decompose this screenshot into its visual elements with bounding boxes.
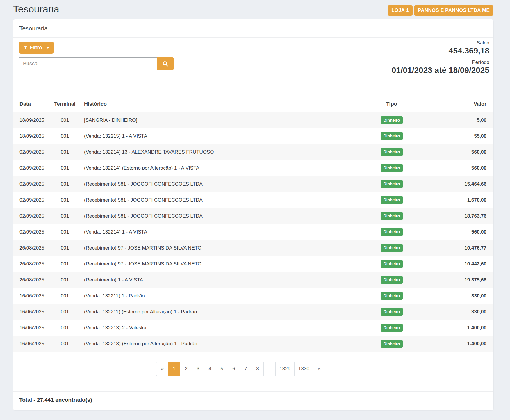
saldo-value: 454.369,18 <box>392 46 489 56</box>
cell-valor: 5,00 <box>429 112 493 128</box>
pagination-page-4[interactable]: 4 <box>204 362 216 376</box>
table-row: 02/09/2025001(Recebimento) 581 - JOGGOFI… <box>13 176 493 192</box>
search-button[interactable] <box>157 57 174 70</box>
cell-tipo: Dinheiro <box>354 240 429 256</box>
cell-valor: 1.400,00 <box>429 320 493 336</box>
filter-button[interactable]: Filtro <box>19 42 54 54</box>
cell-terminal: 001 <box>46 160 84 176</box>
cell-terminal: 001 <box>46 288 84 304</box>
tipo-badge: Dinheiro <box>381 212 403 220</box>
pagination-page-7[interactable]: 7 <box>240 362 252 376</box>
cell-valor: 330,00 <box>429 304 493 320</box>
cell-tipo: Dinheiro <box>354 160 429 176</box>
cell-valor: 560,00 <box>429 144 493 160</box>
pagination-page-6[interactable]: 6 <box>228 362 240 376</box>
cell-valor: 560,00 <box>429 224 493 240</box>
column-header-tipo: Tipo <box>354 96 429 112</box>
cell-tipo: Dinheiro <box>354 176 429 192</box>
cell-terminal: 001 <box>46 272 84 288</box>
cell-tipo: Dinheiro <box>354 256 429 272</box>
cell-data: 02/09/2025 <box>13 208 46 224</box>
card-title: Tesouraria <box>13 19 493 38</box>
pagination-page-1830[interactable]: 1830 <box>294 362 313 376</box>
pagination-page-8[interactable]: 8 <box>252 362 264 376</box>
cell-data: 16/06/2025 <box>13 320 46 336</box>
table-row: 02/09/2025001(Venda: 132214) 1 - A VISTA… <box>13 224 493 240</box>
tipo-badge: Dinheiro <box>381 292 403 299</box>
store-badge-button[interactable]: LOJA 1 <box>388 5 413 16</box>
table-row: 16/06/2025001(Venda: 132213) 2 - Valeska… <box>13 320 493 336</box>
cell-tipo: Dinheiro <box>354 128 429 144</box>
pagination-page-3[interactable]: 3 <box>192 362 204 376</box>
cell-data: 18/09/2025 <box>13 112 46 128</box>
cell-data: 02/09/2025 <box>13 144 46 160</box>
cell-terminal: 001 <box>46 320 84 336</box>
filter-funnel-icon <box>24 46 28 50</box>
tipo-badge: Dinheiro <box>381 244 403 252</box>
table-row: 26/08/2025001(Recebimento) 97 - JOSE MAR… <box>13 256 493 272</box>
tipo-badge: Dinheiro <box>381 116 403 124</box>
cell-terminal: 001 <box>46 240 84 256</box>
cell-data: 18/09/2025 <box>13 128 46 144</box>
cell-historico: (Recebimento) 581 - JOGGOFI CONFECCOES L… <box>84 208 354 224</box>
tipo-badge: Dinheiro <box>381 340 403 348</box>
cell-historico: (Recebimento) 1 - A VISTA <box>84 272 354 288</box>
tipo-badge: Dinheiro <box>381 228 403 236</box>
cell-valor: 10.442,60 <box>429 256 493 272</box>
table-row: 02/09/2025001(Recebimento) 581 - JOGGOFI… <box>13 208 493 224</box>
cell-data: 16/06/2025 <box>13 288 46 304</box>
cell-terminal: 001 <box>46 176 84 192</box>
cell-terminal: 001 <box>46 208 84 224</box>
card-body: Filtro Saldo 454.369,18 Período 01/01/20… <box>13 38 493 376</box>
column-header-valor: Valor <box>429 96 493 112</box>
cell-data: 02/09/2025 <box>13 224 46 240</box>
cell-terminal: 001 <box>46 128 84 144</box>
tesouraria-card: Tesouraria Filtro Saldo 454.369,18 <box>13 19 493 410</box>
cell-historico: (Venda: 132215) 1 - A VISTA <box>84 128 354 144</box>
cell-terminal: 001 <box>46 304 84 320</box>
company-badge-button[interactable]: PANNOS E PANNOS LTDA ME <box>414 5 493 16</box>
cell-tipo: Dinheiro <box>354 208 429 224</box>
cell-tipo: Dinheiro <box>354 272 429 288</box>
pagination-page-1[interactable]: 1 <box>168 362 180 376</box>
tipo-badge: Dinheiro <box>381 132 403 140</box>
column-header-terminal: Terminal <box>46 96 84 112</box>
table-row: 02/09/2025001(Venda: 132214) 13 - ALEXAN… <box>13 144 493 160</box>
cell-tipo: Dinheiro <box>354 112 429 128</box>
filter-button-label: Filtro <box>30 45 42 51</box>
pagination-next[interactable]: » <box>313 362 325 376</box>
pagination-page-2[interactable]: 2 <box>180 362 192 376</box>
cell-historico: (Venda: 132214) 1 - A VISTA <box>84 224 354 240</box>
cell-tipo: Dinheiro <box>354 288 429 304</box>
periodo-value: 01/01/2023 até 18/09/2025 <box>392 65 489 75</box>
total-found: Total - 27.441 encontrado(s) <box>13 391 493 410</box>
cell-data: 02/09/2025 <box>13 192 46 208</box>
tipo-badge: Dinheiro <box>381 324 403 331</box>
pagination-ellipsis: ... <box>263 362 276 376</box>
pagination-page-5[interactable]: 5 <box>216 362 228 376</box>
cell-historico: (Venda: 132213) 2 - Valeska <box>84 320 354 336</box>
pagination-page-1829[interactable]: 1829 <box>275 362 295 376</box>
cell-historico: [SANGRIA - DINHEIRO] <box>84 112 354 128</box>
table-row: 18/09/2025001[SANGRIA - DINHEIRO]Dinheir… <box>13 112 493 128</box>
table-row: 02/09/2025001(Venda: 132214) (Estorno po… <box>13 160 493 176</box>
cell-terminal: 001 <box>46 224 84 240</box>
cell-valor: 55,00 <box>429 128 493 144</box>
cell-terminal: 001 <box>46 112 84 128</box>
transactions-table: Data Terminal Histórico Tipo Valor 18/09… <box>13 96 493 352</box>
cell-terminal: 001 <box>46 144 84 160</box>
cell-valor: 1.400,00 <box>429 336 493 352</box>
search-input[interactable] <box>19 57 157 70</box>
cell-historico: (Venda: 132213) (Estorno por Alteração) … <box>84 336 354 352</box>
cell-data: 26/08/2025 <box>13 272 46 288</box>
cell-terminal: 001 <box>46 192 84 208</box>
cell-historico: (Recebimento) 97 - JOSE MARTINS DA SILVA… <box>84 240 354 256</box>
cell-valor: 15.464,66 <box>429 176 493 192</box>
pagination-prev[interactable]: « <box>156 362 168 376</box>
tipo-badge: Dinheiro <box>381 164 403 172</box>
cell-historico: (Venda: 132214) 13 - ALEXANDRE TAVARES F… <box>84 144 354 160</box>
cell-valor: 1.670,00 <box>429 192 493 208</box>
cell-tipo: Dinheiro <box>354 336 429 352</box>
cell-valor: 560,00 <box>429 160 493 176</box>
table-row: 16/06/2025001(Venda: 132211) 1 - PadrãoD… <box>13 288 493 304</box>
